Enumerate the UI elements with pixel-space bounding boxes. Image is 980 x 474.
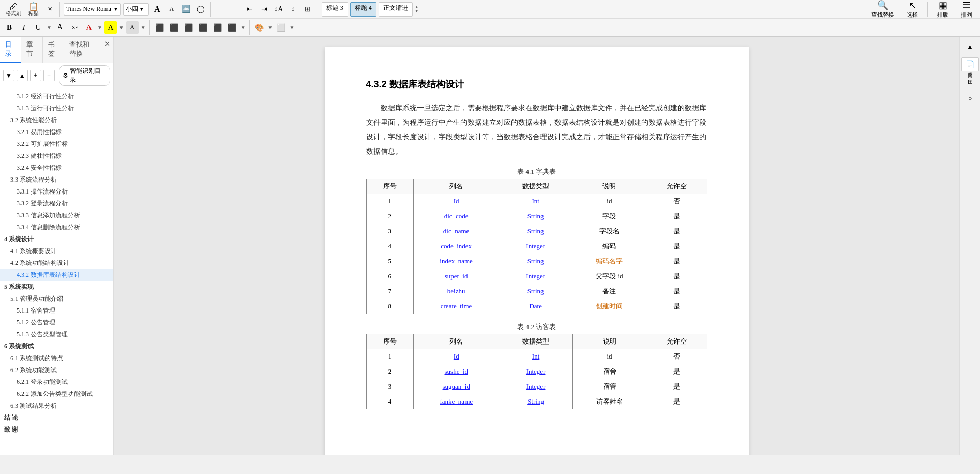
toc-item[interactable]: 5.1 管理员功能介绍 bbox=[0, 293, 113, 305]
toc-item[interactable]: 6.2 系统功能测试 bbox=[0, 364, 113, 376]
table-cell: String bbox=[499, 254, 572, 269]
toc-item[interactable]: 结 论 bbox=[0, 412, 113, 424]
sidebar-close-btn[interactable]: ✕ bbox=[101, 37, 113, 63]
table-row: 8create_timeDate创建时间是 bbox=[366, 299, 707, 314]
toc-item[interactable]: 4 系统设计 bbox=[0, 233, 113, 245]
toc-item[interactable]: 3.3.2 登录流程分析 bbox=[0, 198, 113, 210]
line-spacing-btn[interactable]: ↕ bbox=[287, 3, 299, 16]
align-center2-btn[interactable]: ⬛ bbox=[168, 21, 180, 34]
toc-item[interactable]: 5 系统实现 bbox=[0, 281, 113, 293]
shading-chevron: ▼ bbox=[268, 25, 273, 31]
tab-bookmark[interactable]: 书签 bbox=[43, 37, 64, 63]
superscript-btn[interactable]: X² bbox=[68, 21, 81, 34]
toc-item[interactable]: 5.1.3 公告类型管理 bbox=[0, 329, 113, 340]
toc-item[interactable]: 致 谢 bbox=[0, 424, 113, 436]
table-cell: 是 bbox=[646, 224, 707, 239]
search-replace-group[interactable]: 🔍 查找替换 bbox=[867, 0, 899, 20]
table-header-cell: 允许空 bbox=[646, 334, 707, 349]
distrib2-btn[interactable]: ⬛ bbox=[212, 21, 224, 34]
line-space2-btn[interactable]: ⬛ bbox=[226, 21, 238, 34]
justify2-btn[interactable]: ⬛ bbox=[197, 21, 209, 34]
heading3-btn[interactable]: 标题 3 bbox=[322, 2, 348, 17]
toc-item[interactable]: 6.3 测试结果分析 bbox=[0, 400, 113, 412]
toc-item[interactable]: 3.2.2 可扩展性指标 bbox=[0, 138, 113, 150]
align-right2-btn[interactable]: ⬛ bbox=[183, 21, 195, 34]
toc-item[interactable]: 3.1.3 运行可行性分析 bbox=[0, 102, 113, 114]
toc-item[interactable]: 4.2 系统功能结构设计 bbox=[0, 257, 113, 269]
toc-item[interactable]: 3.3.4 信息删除流程分析 bbox=[0, 221, 113, 233]
toc-item[interactable]: 3.2 系统性能分析 bbox=[0, 114, 113, 126]
tab-toc[interactable]: 目录 bbox=[0, 37, 21, 63]
font-color-btn[interactable]: A bbox=[83, 21, 95, 34]
toc-add-btn[interactable]: + bbox=[30, 70, 41, 81]
toc-item[interactable]: 6.1 系统测试的特点 bbox=[0, 352, 113, 364]
format-style-btn[interactable]: 🖊 格式刷 bbox=[3, 1, 24, 18]
shading-btn[interactable]: 🎨 bbox=[253, 21, 266, 34]
table-cell: 6 bbox=[366, 269, 414, 284]
clear-btn[interactable]: ◯ bbox=[194, 3, 207, 16]
toc-item[interactable]: 4.1 系统概要设计 bbox=[0, 245, 113, 257]
toc-item[interactable]: 3.1.2 经济可行性分析 bbox=[0, 91, 113, 102]
layout-group[interactable]: ▦ 排版 bbox=[932, 0, 953, 20]
panel-icon3[interactable]: ○ bbox=[964, 92, 976, 105]
table-cell: 宿管 bbox=[572, 379, 646, 394]
table-cell: dic_name bbox=[414, 224, 499, 239]
table-cell: 1 bbox=[366, 194, 414, 209]
spell-check-btn[interactable]: 🔤 bbox=[180, 3, 192, 16]
toc-item[interactable]: 3.2.4 安全性指标 bbox=[0, 162, 113, 174]
table-header-cell: 说明 bbox=[572, 179, 646, 194]
indent-decrease-btn[interactable]: ⇤ bbox=[244, 3, 256, 16]
toc-item[interactable]: 4.3.2 数据库表结构设计 bbox=[0, 269, 113, 281]
highlight-btn[interactable]: A bbox=[104, 21, 117, 34]
align-left2-btn[interactable]: ⬛ bbox=[154, 21, 166, 34]
table-cell: Int bbox=[499, 194, 572, 209]
strikethrough-btn[interactable]: A bbox=[54, 21, 66, 34]
indent-increase-btn[interactable]: ⇥ bbox=[258, 3, 270, 16]
text-dir-btn[interactable]: ↕A bbox=[273, 3, 285, 16]
toc-item[interactable]: 3.3.3 信息添加流程分析 bbox=[0, 210, 113, 221]
scroll-up-btn[interactable]: ▲ bbox=[964, 41, 976, 53]
table-cell: suguan_id bbox=[414, 379, 499, 394]
toc-item[interactable]: 3.2.1 易用性指标 bbox=[0, 126, 113, 138]
tab-chapter[interactable]: 章节 bbox=[21, 37, 42, 63]
toc-item[interactable]: 5.1.1 宿舍管理 bbox=[0, 305, 113, 317]
style-scroll[interactable]: ▲▼ bbox=[415, 5, 419, 13]
paste-btn[interactable]: 📋 粘贴 bbox=[26, 1, 41, 18]
toc-item[interactable]: 6 系统测试 bbox=[0, 340, 113, 352]
tab-search[interactable]: 查找和替换 bbox=[64, 37, 101, 63]
doc-area[interactable]: 4.3.2 数据库表结构设计 数据库系统一旦选定之后，需要根据程序要求在数据库中… bbox=[114, 37, 959, 455]
body-indent-btn[interactable]: 正文缩进 bbox=[379, 2, 413, 17]
clear-format-btn[interactable]: ✕ bbox=[43, 3, 56, 16]
heading4-btn[interactable]: 标题 4 bbox=[350, 2, 376, 17]
align-left-btn[interactable]: ≡ bbox=[215, 3, 227, 16]
table-cell: Integer bbox=[499, 239, 572, 254]
italic-btn[interactable]: I bbox=[18, 21, 30, 34]
underline-btn[interactable]: U bbox=[32, 21, 44, 34]
essay-check-btn[interactable]: 📄 论文查重 bbox=[961, 57, 979, 71]
toc-item[interactable]: 3.3.1 操作流程分析 bbox=[0, 186, 113, 198]
toc-item[interactable]: 3.3 系统流程分析 bbox=[0, 174, 113, 186]
font-size-decrease-btn[interactable]: A bbox=[165, 3, 178, 16]
toc-remove-btn[interactable]: − bbox=[43, 70, 55, 81]
arrange-group[interactable]: ☰ 排列 bbox=[956, 0, 977, 20]
toc-item[interactable]: 6.2.2 添加公告类型功能测试 bbox=[0, 388, 113, 400]
panel-icon2[interactable]: ⊞ bbox=[964, 76, 976, 88]
smart-toc-btn[interactable]: ⚙ 智能识别目录 bbox=[59, 65, 110, 86]
font-size-select[interactable]: 小四 ▼ bbox=[123, 3, 149, 16]
border-chevron: ▼ bbox=[289, 25, 294, 31]
select-group[interactable]: ↖ 选择 bbox=[902, 0, 923, 20]
bold-btn[interactable]: B bbox=[3, 21, 16, 34]
align-right-btn[interactable]: ≡ bbox=[229, 3, 242, 16]
char-shading-btn[interactable]: A bbox=[126, 21, 139, 34]
para-spacing-btn[interactable]: ⊞ bbox=[301, 3, 314, 16]
toc-item[interactable]: 3.2.3 健壮性指标 bbox=[0, 150, 113, 162]
toc-item[interactable]: 6.2.1 登录功能测试 bbox=[0, 376, 113, 388]
table-cell: String bbox=[499, 209, 572, 224]
toc-scroll-up-btn[interactable]: ▲ bbox=[17, 70, 28, 81]
toc-item[interactable]: 5.1.2 公告管理 bbox=[0, 317, 113, 329]
toc-scroll-down-btn[interactable]: ▼ bbox=[3, 70, 14, 81]
font-family-select[interactable]: Times New Roma ▼ bbox=[64, 3, 121, 16]
border-btn[interactable]: ⬜ bbox=[275, 21, 287, 34]
table-header-cell: 说明 bbox=[572, 334, 646, 349]
font-size-increase-btn[interactable]: A bbox=[151, 3, 163, 16]
